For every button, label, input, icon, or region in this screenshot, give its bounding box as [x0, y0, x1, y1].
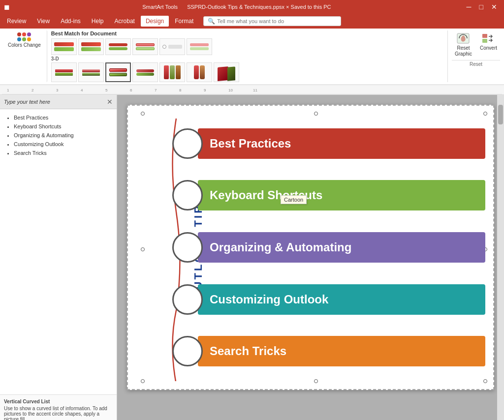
- style-item-3[interactable]: [105, 38, 131, 55]
- 3d-style-cartoon[interactable]: [105, 62, 131, 82]
- style-item-4[interactable]: [132, 38, 158, 55]
- ribbon: Colors Change Best Match for Document: [0, 29, 504, 85]
- menu-design[interactable]: Design: [141, 16, 169, 27]
- styles-gallery: Best Match for Document: [51, 30, 443, 82]
- svg-text:6: 6: [130, 88, 132, 92]
- smartart-items: Best Practices Keyboard Shortcuts: [177, 114, 485, 381]
- svg-text:10: 10: [228, 88, 233, 92]
- style-item-1[interactable]: [51, 38, 77, 55]
- list-item-organizing[interactable]: Organizing & Automating: [14, 131, 111, 140]
- bar-label-search: Search Tricks: [210, 344, 286, 358]
- search-icon: 🔍: [208, 18, 215, 25]
- minimize-button[interactable]: ─: [464, 3, 474, 11]
- search-bar-container[interactable]: 🔍: [203, 16, 341, 26]
- 3d-style-6[interactable]: [187, 62, 212, 82]
- reset-graphic-button[interactable]: ResetGraphic: [452, 30, 475, 58]
- svg-text:4: 4: [81, 88, 83, 92]
- canvas-area: OUTLOOK TIPS Best Practices: [117, 95, 504, 420]
- smartart-tools-badge: SmartArt Tools: [142, 4, 178, 10]
- selection-handle-bl[interactable]: [141, 379, 145, 383]
- change-colors-button[interactable]: Colors Change: [4, 30, 47, 82]
- svg-text:5: 5: [105, 88, 108, 92]
- footer-description: Use to show a curved list of information…: [4, 406, 113, 420]
- 3d-style-1[interactable]: [51, 62, 77, 82]
- 3d-style-7[interactable]: [214, 62, 239, 82]
- smartart-row-3: Organizing & Automating: [177, 232, 485, 263]
- menu-addins[interactable]: Add-ins: [56, 16, 86, 27]
- best-match-label: Best Match for Document: [51, 30, 443, 36]
- app-icon: ◼: [4, 3, 10, 11]
- svg-text:9: 9: [204, 88, 206, 92]
- scroll-thumb-v[interactable]: [498, 105, 503, 124]
- main-content: Type your text here ✕ Best Practices Key…: [0, 95, 504, 420]
- text-panel: Type your text here ✕ Best Practices Key…: [0, 95, 117, 420]
- svg-text:2: 2: [32, 88, 34, 92]
- text-panel-close-button[interactable]: ✕: [107, 98, 113, 106]
- search-input[interactable]: [217, 18, 337, 24]
- selection-handle-tl[interactable]: [141, 112, 145, 116]
- smartart-bar-best-practices[interactable]: Best Practices: [198, 128, 485, 159]
- svg-text:3: 3: [56, 88, 59, 92]
- circle-bullet-4: [172, 284, 203, 315]
- reset-convert-buttons: ResetGraphic Convert: [452, 30, 500, 58]
- smartart-bar-keyboard[interactable]: Keyboard Shortcuts: [198, 180, 485, 210]
- convert-icon: [480, 31, 496, 45]
- menu-review[interactable]: Review: [2, 16, 31, 27]
- reset-group-label: Reset: [452, 60, 500, 67]
- svg-text:11: 11: [253, 88, 257, 92]
- style-item-5[interactable]: [159, 38, 185, 55]
- convert-label: Convert: [480, 45, 497, 51]
- reset-convert-group: ResetGraphic Convert Reset: [447, 30, 500, 82]
- menu-acrobat[interactable]: Acrobat: [110, 16, 140, 27]
- selection-handle-ml[interactable]: [141, 247, 145, 251]
- change-colors-label: Colors Change: [8, 42, 41, 48]
- 3d-style-4[interactable]: [132, 62, 158, 82]
- section-3d-label: 3-D: [51, 56, 443, 61]
- style-item-2[interactable]: [78, 38, 104, 55]
- bar-label-best-practices: Best Practices: [210, 137, 291, 150]
- smartart-bar-organizing[interactable]: Organizing & Automating: [198, 232, 485, 263]
- menu-format[interactable]: Format: [170, 16, 198, 27]
- svg-text:1: 1: [7, 88, 9, 92]
- svg-text:7: 7: [155, 88, 157, 92]
- 3d-styles-row: [51, 62, 443, 82]
- list-item-best-practices[interactable]: Best Practices: [14, 113, 111, 122]
- maximize-button[interactable]: □: [476, 3, 486, 11]
- vertical-scrollbar[interactable]: [497, 95, 504, 420]
- svg-text:8: 8: [179, 88, 182, 92]
- list-item-keyboard-shortcuts[interactable]: Keyboard Shortcuts: [14, 122, 111, 131]
- document-title: SSPRD-Outlook Tips & Techniques.ppsx × S…: [187, 4, 331, 10]
- menu-help[interactable]: Help: [87, 16, 109, 27]
- title-bar: ◼ SmartArt Tools SSPRD-Outlook Tips & Te…: [0, 0, 504, 14]
- convert-button[interactable]: Convert: [477, 30, 500, 58]
- bar-label-customizing: Customizing Outlook: [210, 293, 328, 306]
- svg-rect-2: [482, 39, 487, 43]
- list-item-search-tricks[interactable]: Search Tricks: [14, 149, 111, 157]
- reset-graphic-icon: [455, 31, 471, 45]
- ruler-svg: 1 2 3 4 5 6 7 8 9 10 11: [2, 85, 502, 95]
- close-button[interactable]: ✕: [488, 3, 500, 11]
- slide-canvas[interactable]: OUTLOOK TIPS Best Practices: [127, 105, 494, 390]
- smartart-container[interactable]: OUTLOOK TIPS Best Practices: [143, 114, 485, 381]
- title-bar-controls: ─ □ ✕: [464, 3, 500, 11]
- list-item-customizing[interactable]: Customizing Outlook: [14, 140, 111, 149]
- smartart-row-2: Keyboard Shortcuts: [177, 180, 485, 210]
- menu-view[interactable]: View: [32, 16, 55, 27]
- bar-label-organizing: Organizing & Automating: [210, 240, 351, 254]
- smartart-bar-search[interactable]: Search Tricks: [198, 336, 485, 366]
- text-panel-header: Type your text here ✕: [0, 95, 117, 109]
- svg-rect-3: [2, 85, 502, 95]
- footer-title: Vertical Curved List: [4, 399, 113, 404]
- 3d-style-2[interactable]: [78, 62, 104, 82]
- menu-bar: Review View Add-ins Help Acrobat Design …: [0, 14, 504, 29]
- color-circles-icon: [17, 32, 31, 41]
- text-panel-title: Type your text here: [4, 99, 50, 105]
- circle-bullet-1: [172, 128, 203, 159]
- style-item-6[interactable]: [187, 38, 212, 55]
- smartart-row-5: Search Tricks: [177, 336, 485, 366]
- title-bar-title: SmartArt Tools SSPRD-Outlook Tips & Tech…: [10, 4, 464, 10]
- smartart-bar-customizing[interactable]: Customizing Outlook: [198, 284, 485, 315]
- smartart-row-4: Customizing Outlook: [177, 284, 485, 315]
- circle-bullet-3: [172, 232, 203, 263]
- 3d-style-5[interactable]: [159, 62, 185, 82]
